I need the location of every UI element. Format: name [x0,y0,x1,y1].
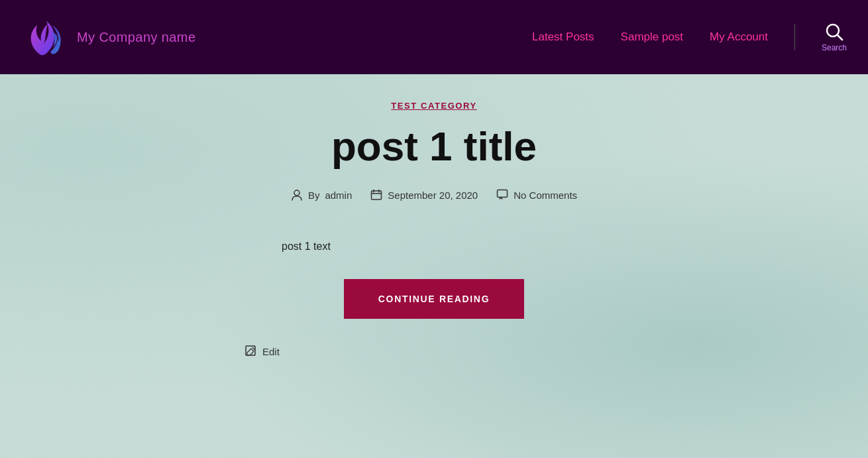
meta-date-value: September 20, 2020 [388,190,478,201]
search-icon [824,22,844,42]
search-label: Search [822,43,847,52]
logo-area[interactable]: My Company name [21,13,195,61]
edit-label: Edit [262,346,280,357]
author-icon [291,189,303,201]
meta-comments-value[interactable]: No Comments [514,190,577,201]
post-title: post 1 title [331,124,537,169]
calendar-icon [370,189,382,201]
meta-author-prefix: By [308,190,320,201]
logo-icon [21,13,69,61]
nav-my-account[interactable]: My Account [710,30,768,44]
post-category[interactable]: TEST CATEGORY [391,101,476,111]
meta-author-name[interactable]: admin [325,190,352,201]
main-nav: Latest Posts Sample post My Account Sear… [532,22,847,52]
continue-reading-button[interactable]: CONTINUE READING [344,279,524,319]
nav-latest-posts[interactable]: Latest Posts [532,30,594,44]
meta-author: By admin [291,189,352,201]
comment-icon [496,189,508,201]
nav-divider [794,24,795,50]
svg-point-2 [294,190,299,196]
svg-rect-7 [498,190,508,198]
main-content: TEST CATEGORY post 1 title By admin Sept… [0,74,868,458]
post-meta: By admin September 20, 2020 No Comments [291,189,577,201]
edit-icon [245,345,257,357]
post-text: post 1 text [36,241,832,253]
nav-sample-post[interactable]: Sample post [621,30,684,44]
svg-rect-3 [372,191,382,200]
search-button[interactable]: Search [822,22,847,52]
meta-comments: No Comments [496,189,577,201]
edit-area[interactable]: Edit [0,345,868,357]
company-name: My Company name [77,30,195,45]
site-header: My Company name Latest Posts Sample post… [0,0,868,74]
meta-date: September 20, 2020 [370,189,478,201]
post-content: TEST CATEGORY post 1 title By admin Sept… [0,74,868,357]
svg-line-1 [837,35,842,40]
